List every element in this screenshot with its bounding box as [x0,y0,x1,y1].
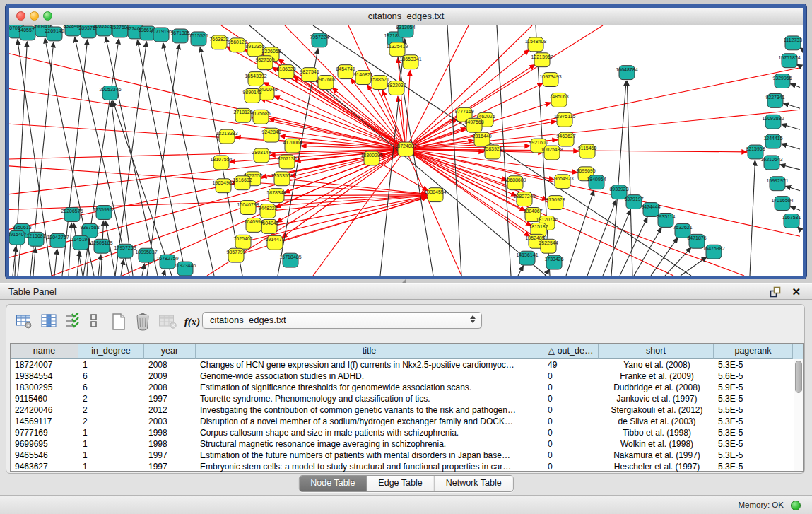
network-node[interactable]: 12042757 [47,233,69,247]
network-node[interactable]: 16210643 [760,156,782,170]
citation-edge-black[interactable] [750,160,755,276]
citation-edge-black[interactable] [33,247,35,276]
new-table-icon[interactable] [110,312,128,330]
citation-edge-black[interactable] [783,103,800,108]
citation-edge-black[interactable] [611,81,626,276]
network-node[interactable]: 7583921 [483,145,502,159]
network-node[interactable]: 9242848 [261,128,281,142]
citation-edge-black[interactable] [518,266,523,276]
close-panel-icon[interactable]: ✕ [792,284,801,300]
table-row[interactable]: 1456911722003Disruption of a novel membe… [11,416,803,427]
network-node[interactable]: 6914479 [265,235,284,250]
column-header-short[interactable]: short [599,344,714,359]
table-row[interactable]: 946554611997Estimation of the future num… [11,450,803,461]
network-node[interactable]: 15751874 [778,54,800,68]
citation-edge-black[interactable] [147,45,179,276]
network-window-titlebar[interactable]: citations_edges.txt [9,8,803,25]
column-header-in_degree[interactable]: in_degree [78,344,144,359]
network-node[interactable]: 9827509 [255,56,274,70]
network-node[interactable]: 9890143 [242,88,261,103]
citation-edge-red[interactable] [9,88,406,149]
network-node[interactable]: 1167531 [782,214,801,228]
column-header-out_de[interactable]: △ out_de… [543,344,599,359]
network-node[interactable]: 18653341 [399,55,421,69]
table-row[interactable]: 1938455462009Genome-wide association stu… [11,370,803,382]
table-row[interactable]: 2242004622012Investigating the contribut… [11,404,803,416]
network-node[interactable]: 15992971 [766,177,788,191]
network-node[interactable]: 18107554 [210,156,232,170]
network-node[interactable]: 1215681 [26,232,45,246]
network-node[interactable]: 8186328 [276,65,295,79]
citation-edge-black[interactable] [790,206,800,211]
row-height-icon[interactable] [87,312,105,330]
table-selector-dropdown[interactable]: citations_edges.txt [202,312,482,329]
network-node[interactable]: 4170064 [283,139,302,153]
network-node[interactable]: 7625402 [233,235,252,249]
network-node[interactable]: 12213383 [216,129,237,144]
table-options-icon[interactable] [15,312,33,330]
network-node[interactable]: 1516682 [233,176,252,190]
citation-edge-black[interactable] [77,251,80,276]
network-node[interactable]: 17016504 [771,197,793,211]
citation-edge-red[interactable] [276,195,427,196]
table-row[interactable]: 977716911998Corpus callosum shape and si… [11,427,803,438]
network-node[interactable]: 11325419 [387,42,408,57]
network-node[interactable]: 1244415 [763,134,782,148]
vertical-scrollbar[interactable] [794,359,803,471]
network-node[interactable]: 10719195 [150,28,172,42]
citation-edge-black[interactable] [587,200,616,276]
network-node[interactable]: 2718120 [233,108,252,122]
citation-edge-black[interactable] [142,264,145,276]
scrollbar-thumb[interactable] [795,361,802,393]
network-node[interactable]: 9227341 [765,93,784,107]
table-row[interactable]: 969969511998Structural magnetic resonanc… [11,438,803,450]
table-row[interactable]: 1830029562008Estimation of significance … [11,382,803,393]
citation-edge-red[interactable] [406,64,535,149]
network-node[interactable]: 8822037 [387,81,406,95]
network-node[interactable]: 5878344 [266,189,286,203]
network-node[interactable]: 8313054 [396,25,415,37]
citation-edge-black[interactable] [780,165,800,170]
citation-edge-black[interactable] [665,247,691,276]
network-node[interactable]: 9115460 [578,144,597,158]
table-row[interactable]: 946362711997Embryonic stem cells: a mode… [11,461,803,472]
citation-edge-black[interactable] [121,259,124,276]
network-node[interactable]: 7663822 [209,35,228,49]
network-node[interactable]: 18724007 [394,142,416,156]
network-node[interactable]: 9560123 [228,38,247,52]
network-node[interactable]: 9857791 [226,248,245,262]
network-node[interactable]: 10025488 [541,146,563,160]
select-rows-icon[interactable] [64,312,83,330]
network-node[interactable]: 13533559 [271,172,293,186]
network-node[interactable]: 10688609 [504,176,526,190]
network-node[interactable]: 12505185 [90,239,112,253]
network-node[interactable]: 6497568 [464,118,483,132]
network-node[interactable]: 1640994 [244,218,263,232]
network-node[interactable]: 1733426 [544,255,563,269]
network-node[interactable]: 9756928 [546,196,565,210]
network-node[interactable]: 7485063 [549,93,568,107]
column-header-title[interactable]: title [196,344,543,359]
network-node[interactable]: 9448222 [258,204,277,218]
tab-edge-table[interactable]: Edge Table [367,476,434,491]
network-node[interactable]: 19654923 [551,175,573,189]
network-node[interactable]: 1112733 [784,36,802,50]
citation-edge-black[interactable] [790,84,800,88]
network-node[interactable]: 1840954 [587,175,606,189]
network-node[interactable]: 3915407 [9,230,27,245]
network-node[interactable]: 2967608 [316,76,335,90]
function-builder-icon[interactable]: f(x) [182,312,203,330]
network-node[interactable]: 14136141 [516,251,538,265]
tab-node-table[interactable]: Node Table [299,476,367,491]
citation-edge-black[interactable] [137,40,186,276]
column-header-pagerank[interactable]: pagerank [714,344,793,359]
citation-edge-red[interactable] [406,49,529,149]
column-header-name[interactable]: name [11,344,78,359]
network-node[interactable]: 10973493 [539,73,561,87]
network-node[interactable]: 16475382 [702,245,724,259]
float-panel-icon[interactable] [770,286,781,298]
network-node[interactable]: 11923446 [175,262,196,276]
network-node[interactable]: 17359928 [93,206,114,220]
network-node[interactable]: 19384554 [424,188,446,202]
citation-edge-red[interactable] [282,149,406,238]
